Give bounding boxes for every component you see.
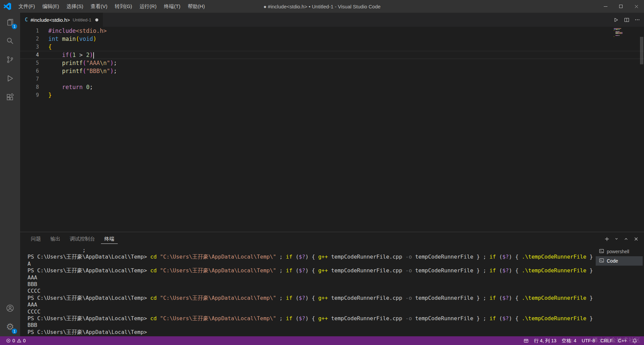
minimize-button[interactable]: [598, 0, 613, 13]
code-line-4[interactable]: 4 if(1 > 2): [20, 51, 644, 59]
new-terminal-button[interactable]: [604, 236, 609, 242]
terminal-item-code[interactable]: Code: [596, 256, 643, 266]
close-button[interactable]: [629, 0, 644, 13]
notifications-bell-icon[interactable]: [630, 336, 640, 345]
code-text: }: [48, 91, 52, 99]
terminal-output[interactable]: ;PS C:\Users\王孖豪\AppData\Local\Temp> cd …: [28, 247, 594, 336]
tab-include-stdio[interactable]: C #include<stdio.h> Untitled-1: [20, 13, 103, 27]
run-and-debug-icon[interactable]: [0, 69, 20, 88]
status-encoding[interactable]: UTF-8: [579, 336, 598, 345]
activity-bar: 1 ⚙1: [0, 13, 20, 336]
code-line-9[interactable]: 9}: [20, 91, 644, 99]
code-line-6[interactable]: 6 printf("BBB\n");: [20, 67, 644, 75]
activity-badge: 1: [12, 24, 17, 29]
more-actions-button[interactable]: [635, 17, 640, 22]
settings-icon[interactable]: ⚙1: [0, 318, 20, 336]
code-editor[interactable]: 1#include<stdio.h>2int main(void)3{4 if(…: [20, 27, 644, 232]
chevron-down-icon: [614, 237, 619, 241]
modified-dot-icon[interactable]: [95, 18, 98, 21]
close-panel-button[interactable]: [634, 236, 639, 242]
code-text: printf("AAA\n");: [48, 59, 117, 67]
terminal-list: powershellCode: [596, 247, 643, 266]
status-cursor-position[interactable]: 行 4, 列 13: [531, 336, 559, 345]
maximize-button[interactable]: [613, 0, 629, 13]
panel-tab-1[interactable]: 输出: [47, 234, 64, 244]
c-file-icon: C: [25, 17, 28, 23]
terminal-line: PS C:\Users\王孖豪\AppData\Local\Temp> cd "…: [28, 315, 594, 322]
panel-tab-2[interactable]: 调试控制台: [66, 234, 98, 244]
menu-item-7[interactable]: 帮助(H): [184, 0, 209, 13]
line-number: 8: [20, 83, 48, 91]
activity-badge: 1: [12, 329, 17, 334]
status-eol[interactable]: CRLF: [598, 336, 615, 345]
code-text: #include<stdio.h>: [48, 27, 107, 35]
activity-bar-top: 1: [0, 13, 20, 107]
editor-tab-bar: C #include<stdio.h> Untitled-1: [20, 13, 644, 27]
terminal-line: BBB: [28, 281, 594, 288]
menu-item-6[interactable]: 终端(T): [160, 0, 184, 13]
maximize-icon: [619, 5, 623, 8]
status-bar: 0 0 行 4, 列 13空格: 4UTF-8CRLFC++: [0, 336, 644, 345]
explorer-icon[interactable]: 1: [0, 13, 20, 31]
status-indentation[interactable]: 空格: 4: [559, 336, 579, 345]
terminal-line: AAA: [28, 301, 594, 308]
code-line-1[interactable]: 1#include<stdio.h>: [20, 27, 644, 35]
line-number: 1: [20, 27, 48, 35]
code-line-8[interactable]: 8 return 0;: [20, 83, 644, 91]
terminal-icon: [599, 258, 604, 264]
terminal-line: PS C:\Users\王孖豪\AppData\Local\Temp> cd "…: [28, 254, 594, 260]
plus-icon: [604, 236, 609, 242]
menu-item-5[interactable]: 运行(R): [136, 0, 160, 13]
terminal-line: BBB: [28, 322, 594, 329]
panel-tab-0[interactable]: 问题: [28, 234, 44, 244]
maximize-panel-button[interactable]: [624, 236, 629, 242]
warning-icon: [17, 338, 21, 343]
terminal-item-powershell[interactable]: powershell: [596, 247, 643, 256]
terminal-line: CCCC: [28, 288, 594, 294]
vscode-logo-icon: [0, 3, 15, 10]
problems-status[interactable]: 0 0: [3, 336, 29, 345]
source-control-icon[interactable]: [0, 50, 20, 69]
menu-item-3[interactable]: 查看(V): [87, 0, 111, 13]
tab-description: Untitled-1: [73, 17, 92, 22]
panel-tab-3[interactable]: 终端: [101, 234, 118, 244]
minimize-icon: [604, 6, 607, 7]
menu-item-1[interactable]: 编辑(E): [39, 0, 63, 13]
title-bar: 文件(F)编辑(E)选择(S)查看(V)转到(G)运行(R)终端(T)帮助(H)…: [0, 0, 644, 13]
window-controls: [598, 0, 644, 13]
panel-actions: [604, 236, 639, 242]
code-line-7[interactable]: 7: [20, 75, 644, 83]
code-text: printf("BBB\n");: [48, 67, 117, 75]
editor-scrollbar[interactable]: [640, 37, 643, 64]
vscode-window: 文件(F)编辑(E)选择(S)查看(V)转到(G)运行(R)终端(T)帮助(H)…: [0, 0, 644, 345]
search-icon[interactable]: [0, 31, 20, 50]
minimap[interactable]: [614, 28, 638, 37]
tab-label: #include<stdio.h>: [31, 17, 70, 23]
editor-layout-icon[interactable]: [521, 336, 531, 345]
terminal-item-label: Code: [607, 258, 618, 264]
line-number: 9: [20, 91, 48, 99]
line-number: 6: [20, 67, 48, 75]
menu-item-0[interactable]: 文件(F): [15, 0, 39, 13]
split-editor-button[interactable]: [624, 17, 629, 22]
code-line-5[interactable]: 5 printf("AAA\n");: [20, 59, 644, 67]
split-editor-icon: [624, 17, 629, 22]
line-number: 7: [20, 75, 48, 83]
menu-item-4[interactable]: 转到(G): [111, 0, 136, 13]
line-number: 2: [20, 35, 48, 43]
terminal-dropdown-button[interactable]: [614, 237, 619, 241]
terminal-line: AAA: [28, 274, 594, 281]
error-icon: [6, 338, 11, 343]
code-line-2[interactable]: 2int main(void): [20, 35, 644, 43]
account-icon[interactable]: [0, 299, 20, 318]
status-language-mode[interactable]: C++: [615, 336, 630, 345]
ellipsis-icon: [635, 17, 640, 22]
menu-item-2[interactable]: 选择(S): [63, 0, 87, 13]
run-code-button[interactable]: [613, 17, 619, 23]
code-line-3[interactable]: 3{: [20, 43, 644, 51]
status-bar-left: 0 0: [0, 336, 29, 345]
extensions-icon[interactable]: [0, 88, 20, 107]
panel-header: 问题输出调试控制台终端: [20, 232, 644, 246]
chevron-up-icon: [624, 236, 629, 242]
warning-count: 0: [23, 336, 26, 345]
